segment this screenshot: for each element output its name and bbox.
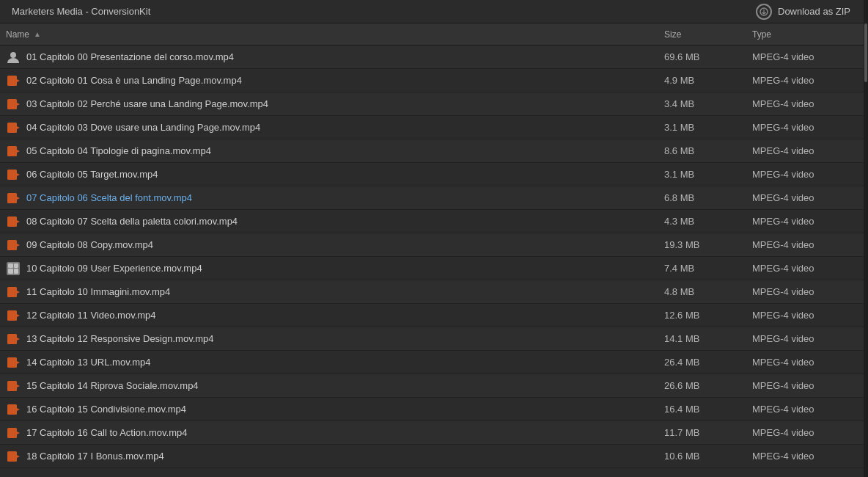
- person-icon: [6, 50, 21, 65]
- scrollbar-thumb[interactable]: [864, 23, 867, 82]
- file-type: MPEG-4 video: [752, 98, 862, 109]
- table-row[interactable]: 04 Capitolo 03 Dove usare una Landing Pa…: [0, 116, 868, 139]
- file-size: 4.3 MB: [664, 216, 752, 227]
- video-file-icon: [6, 238, 21, 252]
- file-name: 11 Capitolo 10 Immagini.mov.mp4: [6, 285, 664, 299]
- table-row[interactable]: 06 Capitolo 05 Target.mov.mp4 3.1 MB MPE…: [0, 163, 868, 186]
- file-name: 10 Capitolo 09 User Experience.mov.mp4: [6, 261, 664, 276]
- svg-point-1: [10, 52, 16, 58]
- file-size: 6.8 MB: [664, 192, 752, 203]
- file-type: MPEG-4 video: [752, 169, 862, 180]
- app-header: Marketers Media - ConversionKit Download…: [0, 0, 868, 23]
- file-name: 18 Capitolo 17 I Bonus.mov.mp4: [6, 449, 664, 464]
- file-size: 4.8 MB: [664, 286, 752, 297]
- svg-rect-22: [7, 334, 17, 344]
- svg-marker-5: [17, 103, 20, 106]
- video-file-icon: [6, 191, 21, 205]
- table-row[interactable]: 18 Capitolo 17 I Bonus.mov.mp4 10.6 MB M…: [0, 445, 868, 468]
- svg-marker-9: [17, 150, 20, 153]
- table-row[interactable]: 01 Capitolo 00 Presentazione del corso.m…: [0, 45, 868, 69]
- file-type: MPEG-4 video: [752, 333, 862, 344]
- file-type: MPEG-4 video: [752, 75, 862, 86]
- svg-rect-26: [7, 381, 17, 391]
- svg-marker-3: [17, 79, 20, 82]
- video-file-icon: [6, 402, 21, 417]
- svg-marker-29: [17, 408, 20, 411]
- file-name: 02 Capitolo 01 Cosa è una Landing Page.m…: [6, 73, 664, 88]
- svg-rect-20: [7, 310, 17, 321]
- file-size: 11.7 MB: [664, 427, 752, 438]
- file-type: MPEG-4 video: [752, 263, 862, 274]
- file-size: 14.1 MB: [664, 333, 752, 344]
- file-type: MPEG-4 video: [752, 286, 862, 297]
- video-file-icon: [6, 73, 21, 88]
- column-size[interactable]: Size: [664, 29, 752, 40]
- table-row[interactable]: 08 Capitolo 07 Scelta della paletta colo…: [0, 210, 868, 233]
- file-type: MPEG-4 video: [752, 145, 862, 156]
- svg-marker-7: [17, 126, 20, 129]
- svg-rect-18: [7, 287, 17, 297]
- video-file-icon: [6, 426, 21, 440]
- download-zip-button[interactable]: Download as ZIP: [750, 1, 856, 23]
- video-file-icon: [6, 355, 21, 370]
- file-size: 3.1 MB: [664, 122, 752, 133]
- file-size: 4.9 MB: [664, 75, 752, 86]
- svg-rect-14: [7, 216, 17, 227]
- svg-rect-30: [7, 428, 17, 438]
- file-name: 14 Capitolo 13 URL.mov.mp4: [6, 355, 664, 370]
- table-row[interactable]: 02 Capitolo 01 Cosa è una Landing Page.m…: [0, 69, 868, 92]
- file-name: 01 Capitolo 00 Presentazione del corso.m…: [6, 50, 664, 65]
- table-row[interactable]: 15 Capitolo 14 Riprova Sociale.mov.mp4 2…: [0, 374, 868, 398]
- file-type: MPEG-4 video: [752, 380, 862, 391]
- file-size: 7.4 MB: [664, 263, 752, 274]
- table-row[interactable]: 05 Capitolo 04 Tipologie di pagina.mov.m…: [0, 139, 868, 163]
- file-size: 16.4 MB: [664, 404, 752, 415]
- file-type: MPEG-4 video: [752, 239, 862, 250]
- table-row[interactable]: 11 Capitolo 10 Immagini.mov.mp4 4.8 MB M…: [0, 280, 868, 304]
- svg-marker-13: [17, 197, 20, 200]
- scrollbar-track[interactable]: [864, 0, 868, 477]
- video-file-icon: [6, 167, 21, 182]
- file-name: 03 Capitolo 02 Perché usare una Landing …: [6, 97, 664, 112]
- file-type: MPEG-4 video: [752, 310, 862, 321]
- video-file-icon: [6, 285, 21, 299]
- table-row[interactable]: 10 Capitolo 09 User Experience.mov.mp4 7…: [0, 257, 868, 280]
- svg-marker-33: [17, 455, 20, 458]
- file-size: 26.4 MB: [664, 357, 752, 368]
- svg-marker-11: [17, 173, 20, 176]
- file-type: MPEG-4 video: [752, 427, 862, 438]
- file-name: 09 Capitolo 08 Copy.mov.mp4: [6, 238, 664, 252]
- table-row[interactable]: 12 Capitolo 11 Video.mov.mp4 12.6 MB MPE…: [0, 304, 868, 327]
- svg-marker-23: [17, 338, 20, 341]
- svg-rect-28: [7, 404, 17, 415]
- file-type: MPEG-4 video: [752, 51, 862, 62]
- table-row[interactable]: 07 Capitolo 06 Scelta del font.mov.mp4 6…: [0, 186, 868, 210]
- file-size: 12.6 MB: [664, 310, 752, 321]
- video-file-icon: [6, 332, 21, 346]
- file-list: 01 Capitolo 00 Presentazione del corso.m…: [0, 45, 868, 477]
- file-size: 10.6 MB: [664, 451, 752, 462]
- table-row[interactable]: 09 Capitolo 08 Copy.mov.mp4 19.3 MB MPEG…: [0, 233, 868, 257]
- svg-rect-12: [7, 193, 17, 203]
- file-size: 26.6 MB: [664, 380, 752, 391]
- column-name[interactable]: Name ▲: [6, 29, 664, 40]
- file-type: MPEG-4 video: [752, 216, 862, 227]
- file-name: 13 Capitolo 12 Responsive Design.mov.mp4: [6, 332, 664, 346]
- table-row[interactable]: 14 Capitolo 13 URL.mov.mp4 26.4 MB MPEG-…: [0, 351, 868, 374]
- svg-rect-6: [7, 123, 17, 133]
- table-header: Name ▲ Size Type: [0, 23, 868, 45]
- svg-marker-19: [17, 291, 20, 294]
- file-size: 3.1 MB: [664, 169, 752, 180]
- file-type: MPEG-4 video: [752, 357, 862, 368]
- table-row[interactable]: 16 Capitolo 15 Condivisione.mov.mp4 16.4…: [0, 398, 868, 421]
- column-type[interactable]: Type: [752, 29, 862, 40]
- table-row[interactable]: 17 Capitolo 16 Call to Action.mov.mp4 11…: [0, 421, 868, 445]
- file-name: 04 Capitolo 03 Dove usare una Landing Pa…: [6, 120, 664, 135]
- video-file-icon: [6, 449, 21, 464]
- table-row[interactable]: 03 Capitolo 02 Perché usare una Landing …: [0, 92, 868, 116]
- file-name: 12 Capitolo 11 Video.mov.mp4: [6, 308, 664, 323]
- svg-marker-25: [17, 361, 20, 364]
- svg-marker-27: [17, 385, 20, 387]
- table-row[interactable]: 13 Capitolo 12 Responsive Design.mov.mp4…: [0, 327, 868, 351]
- file-type: MPEG-4 video: [752, 192, 862, 203]
